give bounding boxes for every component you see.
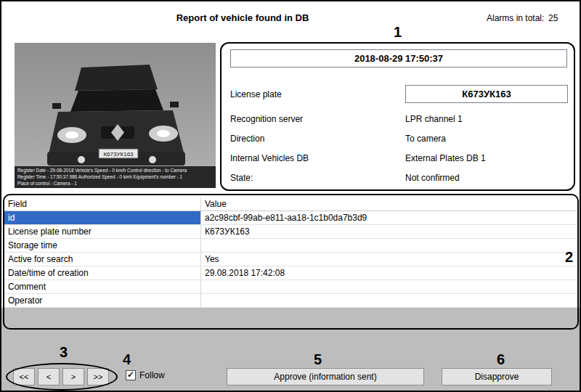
- annotation-number-6: 6: [497, 352, 505, 367]
- car-mirror-left: [52, 103, 61, 109]
- car-headlight-left-glow: [65, 131, 78, 139]
- info-row: Recognition serverLPR channel 1: [230, 109, 568, 128]
- info-row: State:Not confirmed: [230, 168, 568, 187]
- table-annotation-outline: [3, 194, 579, 330]
- info-value: LPR channel 1: [405, 114, 463, 124]
- car-foglight-left: [78, 156, 85, 163]
- car-windshield: [70, 89, 163, 112]
- car-foglight-right: [149, 156, 156, 163]
- license-plate-value-box: К673УК163: [405, 85, 568, 103]
- license-plate-text: К673УК163: [103, 151, 134, 158]
- info-value: Not confirmed: [405, 173, 460, 183]
- annotation-number-1: 1: [394, 25, 402, 39]
- info-value: External Plates DB 1: [405, 153, 486, 163]
- info-label: Internal Vehicles DB: [230, 153, 405, 163]
- info-fields: Recognition serverLPR channel 1Direction…: [230, 109, 568, 187]
- overlay-line-2: Register Time - 17:50:37.986 Authorized …: [17, 174, 183, 180]
- follow-label: Follow: [139, 370, 165, 380]
- alarms-total-label: Alarms in total:: [487, 13, 544, 23]
- event-timestamp-box: 2018-08-29 17:50:37: [230, 49, 567, 68]
- car-mirror-right: [170, 102, 179, 107]
- page-title: Report of vehicle found in DB: [1, 12, 484, 23]
- disapprove-button[interactable]: Disapprove: [442, 368, 552, 385]
- car-roof: [75, 65, 158, 91]
- info-label: State:: [230, 173, 405, 183]
- annotation-number-4: 4: [123, 352, 131, 367]
- car-headlight-right-glow: [157, 130, 170, 137]
- vehicle-photo: К673УК163 Register Date - 29-08-2018 Veh…: [15, 43, 216, 188]
- overlay-line-1: Register Date - 29-08-2018 Vehicle's Spe…: [17, 168, 187, 173]
- follow-control: Follow: [126, 370, 165, 380]
- approve-button[interactable]: Approve (information sent): [227, 368, 424, 385]
- overlay-line-3: Place of control - Camera - 1: [17, 181, 77, 186]
- info-row: DirectionTo camera: [230, 128, 568, 148]
- report-window: { "window": { "title": "Report of vehicl…: [0, 0, 581, 392]
- annotation-number-5: 5: [314, 352, 322, 367]
- info-value: To camera: [405, 134, 446, 144]
- info-label: Recognition server: [230, 114, 405, 124]
- car-illustration: К673УК163 Register Date - 29-08-2018 Veh…: [15, 43, 216, 188]
- follow-checkbox[interactable]: [126, 370, 136, 380]
- annotation-number-2: 2: [565, 250, 573, 264]
- info-label: Direction: [230, 134, 405, 144]
- nav-annotation-ellipse: [6, 363, 118, 391]
- annotation-number-3: 3: [60, 345, 68, 359]
- license-plate-label: License plate: [230, 89, 282, 99]
- info-row: Internal Vehicles DBExternal Plates DB 1: [230, 148, 568, 168]
- alarms-total-count: 25: [548, 13, 558, 23]
